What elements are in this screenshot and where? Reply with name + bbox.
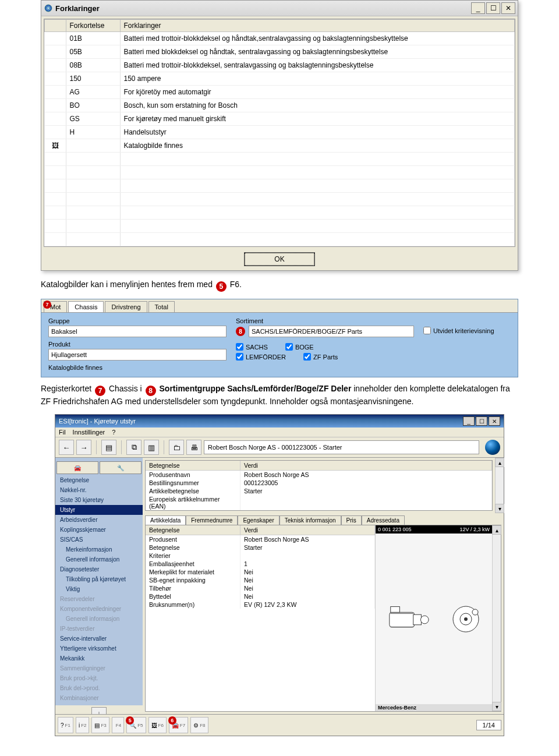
fkey-f6[interactable]: 🖼F6 [148,717,167,733]
tab-chassis[interactable]: Chassis [68,301,104,312]
tb-forward-icon[interactable]: → [76,440,91,455]
sidebar-item[interactable]: Komponentveiledninger [55,604,143,614]
gruppe-combo[interactable] [48,326,227,337]
menu-help[interactable]: ? [112,429,115,436]
sortiment-combo[interactable] [249,326,414,337]
utvidet-check[interactable]: Utvidet kriterievisning [423,327,494,334]
check-sachs[interactable]: SACHS [236,343,268,351]
sidebar-item[interactable]: Tilkobling på kjøretøyet [55,574,143,584]
close-button[interactable]: ✕ [501,2,515,14]
forklaringer-table: Forkortelse Forklaringer 01BBatteri med … [44,19,515,247]
sub-tab[interactable]: Pris [341,515,362,525]
side-tab-part-icon[interactable]: 🔧 [100,461,141,474]
esi-top-table: Betegnelse Verdi ProdusentnavnRobert Bos… [146,461,492,510]
tb-print-icon[interactable]: 🖶 [186,440,201,455]
part-image-panel: 0 001 223 005 12V / 2,3 kW [375,525,492,711]
check-lemforder[interactable]: LEMFÖRDER [236,353,286,361]
sub-tab[interactable]: Fremmednumre [186,515,238,525]
menu-innstillinger[interactable]: Innstillinger [73,429,105,436]
sidebar-item[interactable]: Reservedeler [55,594,143,604]
svg-rect-4 [390,606,399,612]
produkt-label: Produkt [48,341,227,348]
esi-max-button[interactable]: ☐ [476,416,487,426]
scroll-down-icon-2[interactable]: ▾ [492,702,501,711]
side-scroll-down[interactable]: ↓ [91,707,107,714]
table-row: AGFor kjöretöy med automatgir [45,86,515,99]
callout-8b: 8 [146,386,156,396]
table-row: Emballasjeenhet1 [146,560,375,568]
menu-fil[interactable]: Fil [59,429,66,436]
starter-drawing-icon [385,600,430,638]
scroll-up-icon-2[interactable]: ▴ [492,525,501,535]
esi-menubar: Fil Innstillinger ? [55,428,504,437]
tb-selector[interactable]: Robert Bosch Norge AS - 0001223005 - Sta… [204,440,479,454]
sidebar-item[interactable]: Service-intervaller [55,634,143,644]
fkey-f2[interactable]: iF2 [76,717,90,733]
sub-tab[interactable]: Teknisk informasjon [280,515,341,525]
fkey-f5[interactable]: 🔍F5 5 [126,717,146,733]
check-zfparts[interactable]: ZF Parts [303,353,338,361]
tb-tree-icon[interactable]: ▤ [101,440,116,455]
sidebar-item[interactable]: Diagnosetester [55,564,143,574]
esi-window: ESI[tronic] - Kjøretøy utstyr _ ☐ ✕ Fil … [55,414,504,736]
tb-list-icon[interactable]: ▥ [144,440,159,455]
sidebar-item[interactable]: IP-testverdier [55,624,143,634]
sidebar-item[interactable]: Generell informasjon [55,554,143,564]
table-row: Merkeplikt for materialetNei [146,568,375,576]
table-row: SB-egnet innpakkingNei [146,576,375,584]
table-row-empty [45,193,515,206]
sidebar-item[interactable]: SIS/CAS [55,535,143,545]
sidebar-item[interactable]: Utstyr [55,505,143,515]
sidebar-item[interactable]: Koplingsskjemaer [55,525,143,535]
fkey-f4[interactable]: F4 [112,717,124,733]
katalogbilde-label: Katalogbilde finnes [48,364,511,371]
callout-5: 5 [216,281,227,292]
fkey-f8[interactable]: ⚙F8 [190,717,208,733]
callout-7: 7 [43,301,51,309]
side-tab-car-icon[interactable]: 🚘 [56,461,98,474]
tb-back-icon[interactable]: ← [59,440,74,455]
tab-drivstreng[interactable]: Drivstreng [105,301,147,312]
sub-tab[interactable]: Adressedata [362,515,405,525]
sidebar-item[interactable]: Viktig [55,584,143,594]
maximize-button[interactable]: ☐ [486,2,500,14]
table-row: Europeisk artikkelnummer (EAN) [146,495,492,510]
col-desc-header: Forklaringer [120,20,515,32]
tb-copy-icon[interactable]: ⧉ [126,440,141,455]
sub-tab[interactable]: Egenskaper [238,515,279,525]
sidebar-item[interactable]: Nøkkel-nr. [55,485,143,495]
check-boge[interactable]: BOGE [285,343,314,351]
esi-bottom-table: Betegnelse Verdi ProdusentRobert Bosch N… [146,525,375,609]
esi-title-text: ESI[tronic] - Kjøretøy utstyr [59,418,136,425]
scroll-down-icon[interactable]: ▾ [495,504,504,513]
minimize-button[interactable]: _ [471,2,485,14]
esi-close-button[interactable]: ✕ [489,416,500,426]
tab-total[interactable]: Total [148,301,175,312]
sidebar-item[interactable]: Betegnelse [55,475,143,485]
fkey-f3[interactable]: ▤F3 [91,717,109,733]
sidebar-item[interactable]: Merkeinformasjon [55,545,143,554]
callout-7b: 7 [95,386,105,396]
scroll-up-icon[interactable]: ▴ [495,458,504,467]
tab-mot[interactable]: Mot 7 [44,301,67,312]
table-row: ProdusentRobert Bosch Norge AS [146,535,375,544]
fkey-f1[interactable]: ?F1 [58,717,73,733]
gruppe-label: Gruppe [48,317,227,324]
forklaringer-title: Forklaringer [55,4,470,13]
sidebar-item[interactable]: Sammenligninger [55,663,143,673]
sidebar-item[interactable]: Arbeidsverdier [55,515,143,525]
sidebar-item[interactable]: Siste 30 kjøretøy [55,495,143,505]
sidebar-item[interactable]: Mekanikk [55,653,143,663]
sidebar-item[interactable]: Kombinasjoner [55,693,143,703]
produkt-combo[interactable] [48,349,227,361]
tb-folder-icon[interactable]: 🗀 [169,440,184,455]
esi-min-button[interactable]: _ [463,416,475,426]
ok-button[interactable]: OK [245,253,314,266]
sidebar-item[interactable]: Bruk del->prod. [55,683,143,693]
sidebar-item[interactable]: Generell informasjon [55,614,143,624]
table-row-empty [45,179,515,193]
fkey-f7[interactable]: 🚘F7 6 [169,717,188,733]
sub-tab[interactable]: Artikkeldata [145,515,186,525]
sidebar-item[interactable]: Bruk prod->kjt. [55,673,143,683]
sidebar-item[interactable]: Ytterligere virksomhet [55,644,143,653]
